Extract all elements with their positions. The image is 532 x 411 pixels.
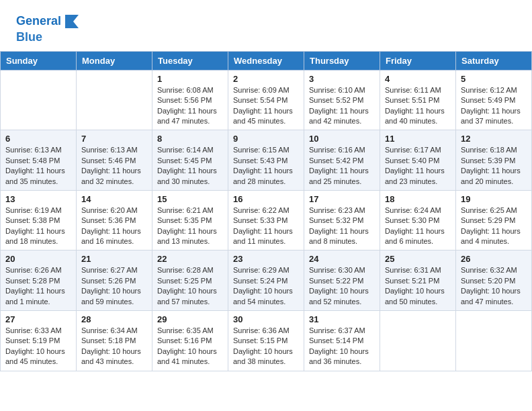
day-number: 1 — [157, 74, 223, 84]
day-info: Sunrise: 6:34 AMSunset: 5:18 PMDaylight:… — [81, 326, 147, 367]
weekday-label: Wednesday — [228, 51, 304, 70]
day-number: 18 — [385, 194, 451, 204]
calendar-cell: 15Sunrise: 6:21 AMSunset: 5:35 PMDayligh… — [152, 190, 228, 250]
calendar-cell: 19Sunrise: 6:25 AMSunset: 5:29 PMDayligh… — [456, 190, 532, 250]
day-info: Sunrise: 6:14 AMSunset: 5:45 PMDaylight:… — [157, 145, 223, 187]
calendar-cell: 21Sunrise: 6:27 AMSunset: 5:26 PMDayligh… — [77, 250, 152, 311]
day-number: 30 — [233, 314, 299, 324]
svg-marker-0 — [65, 15, 79, 28]
day-number: 6 — [5, 134, 71, 144]
day-info: Sunrise: 6:10 AMSunset: 5:52 PMDaylight:… — [309, 85, 375, 127]
calendar-cell: 30Sunrise: 6:36 AMSunset: 5:15 PMDayligh… — [228, 311, 304, 371]
day-info: Sunrise: 6:29 AMSunset: 5:24 PMDaylight:… — [233, 265, 299, 307]
calendar-week-row: 20Sunrise: 6:26 AMSunset: 5:28 PMDayligh… — [1, 250, 532, 311]
calendar-cell: 14Sunrise: 6:20 AMSunset: 5:36 PMDayligh… — [77, 190, 152, 250]
day-number: 29 — [157, 314, 223, 324]
logo-text: General — [16, 15, 61, 28]
day-info: Sunrise: 6:25 AMSunset: 5:29 PMDaylight:… — [461, 205, 527, 247]
calendar-cell: 27Sunrise: 6:33 AMSunset: 5:19 PMDayligh… — [1, 311, 77, 371]
day-number: 14 — [81, 194, 147, 204]
day-number: 10 — [309, 134, 375, 144]
day-info: Sunrise: 6:24 AMSunset: 5:30 PMDaylight:… — [385, 205, 451, 247]
calendar-cell: 23Sunrise: 6:29 AMSunset: 5:24 PMDayligh… — [228, 250, 304, 311]
day-info: Sunrise: 6:20 AMSunset: 5:36 PMDaylight:… — [81, 205, 147, 247]
weekday-label: Tuesday — [152, 51, 228, 70]
day-info: Sunrise: 6:26 AMSunset: 5:28 PMDaylight:… — [5, 265, 71, 307]
calendar-cell: 24Sunrise: 6:30 AMSunset: 5:22 PMDayligh… — [304, 250, 380, 311]
calendar-cell: 6Sunrise: 6:13 AMSunset: 5:48 PMDaylight… — [1, 130, 77, 191]
day-info: Sunrise: 6:11 AMSunset: 5:51 PMDaylight:… — [385, 85, 451, 127]
day-number: 20 — [5, 254, 71, 264]
day-number: 3 — [309, 74, 375, 84]
day-info: Sunrise: 6:21 AMSunset: 5:35 PMDaylight:… — [157, 205, 223, 247]
calendar-cell: 1Sunrise: 6:08 AMSunset: 5:56 PMDaylight… — [152, 70, 228, 130]
calendar-cell: 17Sunrise: 6:23 AMSunset: 5:32 PMDayligh… — [304, 190, 380, 250]
day-number: 4 — [385, 74, 451, 84]
day-number: 5 — [461, 74, 527, 84]
day-info: Sunrise: 6:22 AMSunset: 5:33 PMDaylight:… — [233, 205, 299, 247]
day-number: 27 — [5, 314, 71, 324]
calendar-cell: 26Sunrise: 6:32 AMSunset: 5:20 PMDayligh… — [456, 250, 532, 311]
day-info: Sunrise: 6:13 AMSunset: 5:46 PMDaylight:… — [81, 145, 147, 187]
weekday-label: Monday — [77, 51, 152, 70]
day-info: Sunrise: 6:35 AMSunset: 5:16 PMDaylight:… — [157, 326, 223, 367]
day-info: Sunrise: 6:17 AMSunset: 5:40 PMDaylight:… — [385, 145, 451, 187]
day-info: Sunrise: 6:08 AMSunset: 5:56 PMDaylight:… — [157, 85, 223, 127]
calendar-cell: 16Sunrise: 6:22 AMSunset: 5:33 PMDayligh… — [228, 190, 304, 250]
calendar-cell: 11Sunrise: 6:17 AMSunset: 5:40 PMDayligh… — [380, 130, 456, 191]
day-number: 15 — [157, 194, 223, 204]
day-number: 13 — [5, 194, 71, 204]
day-info: Sunrise: 6:30 AMSunset: 5:22 PMDaylight:… — [309, 265, 375, 307]
calendar-cell — [456, 311, 532, 371]
day-number: 9 — [233, 134, 299, 144]
calendar-cell: 22Sunrise: 6:28 AMSunset: 5:25 PMDayligh… — [152, 250, 228, 311]
weekday-label: Saturday — [456, 51, 532, 70]
calendar-cell: 18Sunrise: 6:24 AMSunset: 5:30 PMDayligh… — [380, 190, 456, 250]
calendar-cell: 20Sunrise: 6:26 AMSunset: 5:28 PMDayligh… — [1, 250, 77, 311]
day-info: Sunrise: 6:33 AMSunset: 5:19 PMDaylight:… — [5, 326, 71, 367]
day-info: Sunrise: 6:19 AMSunset: 5:38 PMDaylight:… — [5, 205, 71, 247]
calendar-week-row: 13Sunrise: 6:19 AMSunset: 5:38 PMDayligh… — [1, 190, 532, 250]
calendar-cell: 25Sunrise: 6:31 AMSunset: 5:21 PMDayligh… — [380, 250, 456, 311]
day-info: Sunrise: 6:28 AMSunset: 5:25 PMDaylight:… — [157, 265, 223, 307]
calendar-cell: 12Sunrise: 6:18 AMSunset: 5:39 PMDayligh… — [456, 130, 532, 191]
day-info: Sunrise: 6:31 AMSunset: 5:21 PMDaylight:… — [385, 265, 451, 307]
day-info: Sunrise: 6:12 AMSunset: 5:49 PMDaylight:… — [461, 85, 527, 127]
day-info: Sunrise: 6:27 AMSunset: 5:26 PMDaylight:… — [81, 265, 147, 307]
day-number: 16 — [233, 194, 299, 204]
day-info: Sunrise: 6:32 AMSunset: 5:20 PMDaylight:… — [461, 265, 527, 307]
day-info: Sunrise: 6:13 AMSunset: 5:48 PMDaylight:… — [5, 145, 71, 187]
header: General Blue — [0, 0, 532, 51]
logo-icon — [62, 12, 81, 31]
calendar-cell: 3Sunrise: 6:10 AMSunset: 5:52 PMDaylight… — [304, 70, 380, 130]
day-info: Sunrise: 6:37 AMSunset: 5:14 PMDaylight:… — [309, 326, 375, 367]
day-number: 11 — [385, 134, 451, 144]
day-info: Sunrise: 6:09 AMSunset: 5:54 PMDaylight:… — [233, 85, 299, 127]
day-info: Sunrise: 6:18 AMSunset: 5:39 PMDaylight:… — [461, 145, 527, 187]
day-number: 25 — [385, 254, 451, 264]
day-info: Sunrise: 6:16 AMSunset: 5:42 PMDaylight:… — [309, 145, 375, 187]
calendar-cell: 8Sunrise: 6:14 AMSunset: 5:45 PMDaylight… — [152, 130, 228, 191]
weekday-label: Thursday — [304, 51, 380, 70]
day-number: 8 — [157, 134, 223, 144]
calendar-cell: 31Sunrise: 6:37 AMSunset: 5:14 PMDayligh… — [304, 311, 380, 371]
day-number: 2 — [233, 74, 299, 84]
day-number: 7 — [81, 134, 147, 144]
calendar-cell: 29Sunrise: 6:35 AMSunset: 5:16 PMDayligh… — [152, 311, 228, 371]
calendar-cell: 5Sunrise: 6:12 AMSunset: 5:49 PMDaylight… — [456, 70, 532, 130]
weekday-label: Friday — [380, 51, 456, 70]
calendar-body: 1Sunrise: 6:08 AMSunset: 5:56 PMDaylight… — [1, 70, 532, 371]
day-info: Sunrise: 6:36 AMSunset: 5:15 PMDaylight:… — [233, 326, 299, 367]
day-number: 22 — [157, 254, 223, 264]
day-number: 31 — [309, 314, 375, 324]
calendar-week-row: 27Sunrise: 6:33 AMSunset: 5:19 PMDayligh… — [1, 311, 532, 371]
day-number: 12 — [461, 134, 527, 144]
day-info: Sunrise: 6:15 AMSunset: 5:43 PMDaylight:… — [233, 145, 299, 187]
calendar-cell: 28Sunrise: 6:34 AMSunset: 5:18 PMDayligh… — [77, 311, 152, 371]
calendar-cell — [1, 70, 77, 130]
day-number: 24 — [309, 254, 375, 264]
day-number: 21 — [81, 254, 147, 264]
day-number: 19 — [461, 194, 527, 204]
calendar-cell: 2Sunrise: 6:09 AMSunset: 5:54 PMDaylight… — [228, 70, 304, 130]
calendar-week-row: 1Sunrise: 6:08 AMSunset: 5:56 PMDaylight… — [1, 70, 532, 130]
